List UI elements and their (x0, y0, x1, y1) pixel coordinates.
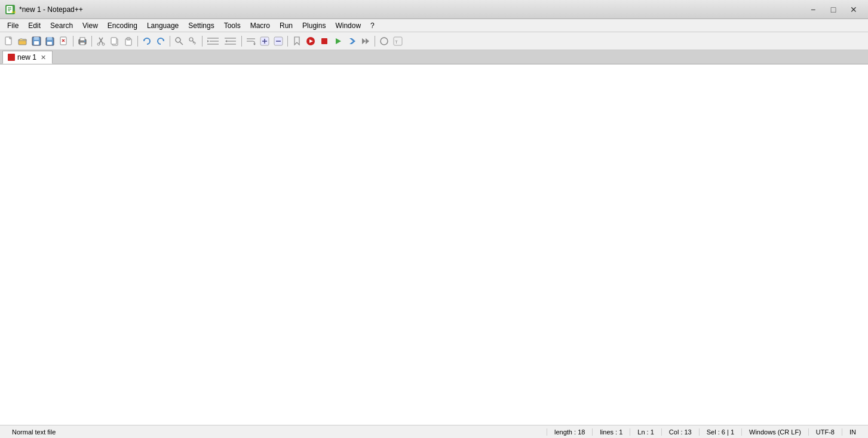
svg-rect-19 (80, 42, 85, 45)
zoom-out-button[interactable] (272, 35, 285, 48)
menu-bar: FileEditSearchViewEncodingLanguageSettin… (0, 19, 868, 32)
title-bar: ++ *new 1 - Notepad++ − □ ✕ (0, 0, 868, 19)
menu-item-tools[interactable]: Tools (219, 20, 246, 31)
window-title: *new 1 - Notepad++ (19, 5, 803, 14)
svg-rect-26 (111, 38, 116, 44)
mode-status: IN (842, 428, 863, 436)
toolbar-separator-4 (170, 36, 170, 47)
menu-item-edit[interactable]: Edit (23, 20, 45, 31)
svg-rect-13 (47, 42, 52, 45)
svg-marker-57 (349, 38, 355, 44)
svg-text:++: ++ (11, 10, 16, 14)
svg-point-24 (102, 43, 105, 45)
menu-item-language[interactable]: Language (142, 20, 183, 31)
app-icon: ++ (5, 4, 16, 15)
toolbar-separator-3 (137, 36, 138, 47)
tab-label: new 1 (17, 53, 36, 61)
file-type-status: Normal text file (5, 428, 547, 436)
record-button[interactable] (345, 35, 358, 48)
status-bar: Normal text file length : 18 lines : 1 L… (0, 425, 868, 438)
line-ending-status: Windows (CR LF) (742, 428, 809, 436)
tab-bar: new 1 ✕ (0, 50, 868, 64)
selection-status: Sel : 6 | 1 (700, 428, 742, 436)
open-button[interactable] (16, 35, 29, 48)
minimize-button[interactable]: − (803, 4, 823, 16)
editor-area[interactable] (0, 64, 868, 425)
window-controls: − □ ✕ (803, 4, 863, 16)
close-button[interactable]: ✕ (844, 4, 863, 16)
editor-textarea[interactable] (0, 64, 868, 425)
lines-status: lines : 1 (593, 428, 630, 436)
toolbar-separator-5 (202, 36, 203, 47)
menu-item-window[interactable]: Window (330, 20, 366, 31)
toolbar: T (0, 32, 868, 50)
indent-button[interactable] (205, 35, 222, 48)
toolbar-separator-1 (73, 36, 73, 47)
redo-button[interactable] (154, 35, 167, 48)
menu-item-settings[interactable]: Settings (183, 20, 219, 31)
bookmark-button[interactable] (290, 35, 303, 48)
svg-text:T: T (395, 39, 398, 45)
paste-button[interactable] (122, 35, 135, 48)
svg-point-23 (97, 43, 100, 45)
macro-playback-button[interactable] (359, 35, 372, 48)
zoom-in-button[interactable] (258, 35, 271, 48)
svg-marker-58 (362, 38, 366, 44)
find-button[interactable] (173, 35, 186, 48)
save-all-button[interactable] (44, 35, 57, 48)
toolbar-separator-2 (91, 36, 92, 47)
trim-button[interactable]: T (391, 35, 404, 48)
svg-point-60 (381, 38, 388, 45)
encoding-status: UTF-8 (809, 428, 842, 436)
svg-marker-52 (295, 37, 299, 45)
menu-item-run[interactable]: Run (275, 20, 297, 31)
unindent-button[interactable] (222, 35, 239, 48)
new-button[interactable] (2, 35, 16, 48)
column-status: Col : 13 (662, 428, 700, 436)
menu-item-plugins[interactable]: Plugins (297, 20, 330, 31)
svg-marker-59 (366, 38, 369, 44)
position-status: Ln : 1 (630, 428, 662, 436)
toolbar-separator-8 (375, 36, 375, 47)
svg-line-32 (180, 42, 183, 45)
toolbar-separator-6 (241, 36, 242, 47)
maximize-button[interactable]: □ (824, 4, 843, 16)
play-button[interactable] (332, 35, 345, 48)
svg-rect-55 (321, 38, 327, 44)
save-button[interactable] (30, 35, 43, 48)
svg-rect-28 (127, 38, 130, 40)
menu-item-file[interactable]: File (2, 20, 23, 31)
tab-close-button[interactable]: ✕ (39, 53, 47, 61)
menu-item-search[interactable]: Search (45, 20, 78, 31)
menu-item-view[interactable]: View (78, 20, 103, 31)
tab-new1[interactable]: new 1 ✕ (2, 51, 53, 64)
svg-marker-35 (194, 44, 195, 45)
svg-rect-12 (47, 37, 52, 40)
close-file-button[interactable] (57, 35, 70, 48)
cut-button[interactable] (94, 35, 108, 48)
svg-rect-18 (80, 38, 85, 41)
copy-button[interactable] (108, 35, 121, 48)
menu-item-encoding[interactable]: Encoding (103, 20, 142, 31)
menu-item-macro[interactable]: Macro (246, 20, 275, 31)
svg-marker-46 (253, 44, 256, 45)
svg-marker-39 (207, 40, 209, 42)
svg-marker-43 (225, 40, 227, 42)
svg-point-20 (84, 41, 85, 42)
run-macro-button[interactable] (304, 35, 317, 48)
menu-item-?[interactable]: ? (366, 20, 379, 31)
tab-file-icon (8, 54, 15, 61)
svg-rect-10 (34, 41, 39, 45)
word-wrap-button[interactable] (244, 35, 257, 48)
svg-point-31 (176, 38, 180, 42)
svg-rect-9 (34, 37, 39, 40)
toolbar-separator-7 (287, 36, 288, 47)
length-status: length : 18 (547, 428, 593, 436)
stop-button[interactable] (318, 35, 331, 48)
replace-button[interactable] (186, 35, 200, 48)
circle-button[interactable] (378, 35, 391, 48)
print-button[interactable] (76, 35, 89, 48)
svg-marker-56 (336, 38, 341, 44)
undo-button[interactable] (140, 35, 154, 48)
